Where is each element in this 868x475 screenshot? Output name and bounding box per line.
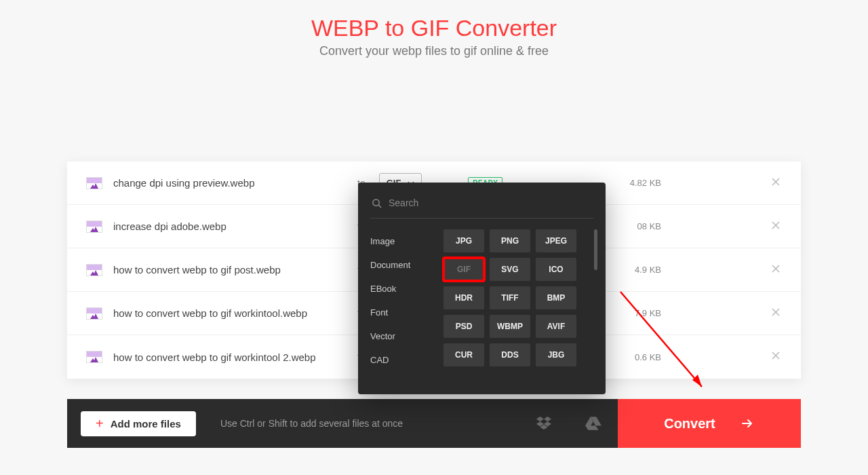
- category-cad[interactable]: CAD: [370, 348, 435, 372]
- category-ebook[interactable]: EBook: [370, 277, 435, 301]
- ext-hdr[interactable]: HDR: [443, 286, 484, 309]
- svg-marker-3: [90, 314, 98, 319]
- search-icon: [372, 198, 382, 208]
- file-name: how to convert webp to gif post.webp: [113, 264, 344, 276]
- category-document[interactable]: Document: [370, 253, 435, 277]
- file-name: how to convert webp to gif workintool 2.…: [113, 352, 344, 363]
- svg-marker-2: [90, 270, 98, 276]
- file-size: 08 KB: [637, 221, 661, 231]
- ext-wbmp[interactable]: WBMP: [490, 315, 530, 338]
- svg-marker-0: [90, 183, 98, 189]
- remove-file-button[interactable]: [770, 176, 782, 191]
- file-thumb-icon: [86, 177, 102, 189]
- plus-icon: +: [96, 419, 104, 428]
- convert-button[interactable]: Convert: [618, 399, 801, 448]
- format-dropdown: Image Document EBook Font Vector CAD JPG…: [358, 183, 606, 394]
- ext-jpeg[interactable]: JPEG: [536, 229, 576, 252]
- cloud-sources: [520, 399, 618, 448]
- add-more-files-button[interactable]: + Add more files: [81, 411, 196, 436]
- svg-marker-4: [90, 357, 98, 362]
- remove-file-button[interactable]: [770, 263, 782, 278]
- ext-dds[interactable]: DDS: [490, 343, 530, 366]
- format-search-input[interactable]: [389, 197, 592, 208]
- ext-tiff[interactable]: TIFF: [490, 286, 530, 309]
- file-name: how to convert webp to gif workintool.we…: [113, 307, 344, 319]
- ext-jbg[interactable]: JBG: [536, 343, 576, 366]
- category-vector[interactable]: Vector: [370, 324, 435, 348]
- file-size: 4.9 KB: [635, 265, 661, 275]
- bottom-toolbar: + Add more files Use Ctrl or Shift to ad…: [67, 399, 801, 448]
- file-size: 0.6 KB: [635, 352, 661, 362]
- ext-avif[interactable]: AVIF: [536, 315, 576, 338]
- ext-ico[interactable]: ICO: [536, 258, 576, 281]
- page-header: WEBP to GIF Converter Convert your webp …: [0, 0, 868, 65]
- convert-label: Convert: [664, 416, 715, 432]
- ext-psd[interactable]: PSD: [443, 315, 484, 338]
- ext-gif[interactable]: GIF: [443, 258, 484, 281]
- category-font[interactable]: Font: [370, 301, 435, 324]
- svg-marker-1: [90, 227, 98, 232]
- ext-jpg[interactable]: JPG: [443, 229, 484, 252]
- file-name: increase dpi adobe.webp: [113, 221, 344, 232]
- remove-file-button[interactable]: [770, 349, 782, 364]
- page-title: WEBP to GIF Converter: [0, 15, 868, 41]
- file-size: 4.82 KB: [630, 178, 661, 188]
- multi-select-hint: Use Ctrl or Shift to add several files a…: [220, 418, 403, 429]
- category-image[interactable]: Image: [370, 229, 435, 253]
- file-thumb-icon: [86, 264, 102, 276]
- dropbox-button[interactable]: [520, 399, 569, 448]
- ext-svg[interactable]: SVG: [490, 258, 530, 281]
- add-more-label: Add more files: [111, 418, 181, 430]
- ext-bmp[interactable]: BMP: [536, 286, 576, 309]
- google-drive-button[interactable]: [569, 399, 618, 448]
- ext-png[interactable]: PNG: [490, 229, 530, 252]
- remove-file-button[interactable]: [770, 219, 782, 234]
- page-subtitle: Convert your webp files to gif online & …: [0, 44, 868, 58]
- google-drive-icon: [585, 415, 602, 432]
- remove-file-button[interactable]: [770, 306, 782, 321]
- arrow-right-icon: [740, 416, 755, 431]
- file-size: 7.9 KB: [635, 308, 661, 318]
- format-search-row: [370, 195, 593, 218]
- dropbox-icon: [536, 415, 553, 432]
- file-thumb-icon: [86, 221, 102, 233]
- format-category-list: Image Document EBook Font Vector CAD: [370, 229, 435, 385]
- dropdown-scrollbar[interactable]: [594, 229, 597, 270]
- file-thumb-icon: [86, 307, 102, 320]
- file-thumb-icon: [86, 351, 102, 363]
- svg-point-5: [373, 199, 379, 205]
- ext-cur[interactable]: CUR: [443, 343, 484, 366]
- file-name: change dpi using preview.webp: [113, 177, 344, 189]
- format-extension-grid: JPG PNG JPEG GIF SVG ICO HDR TIFF BMP PS…: [443, 229, 593, 385]
